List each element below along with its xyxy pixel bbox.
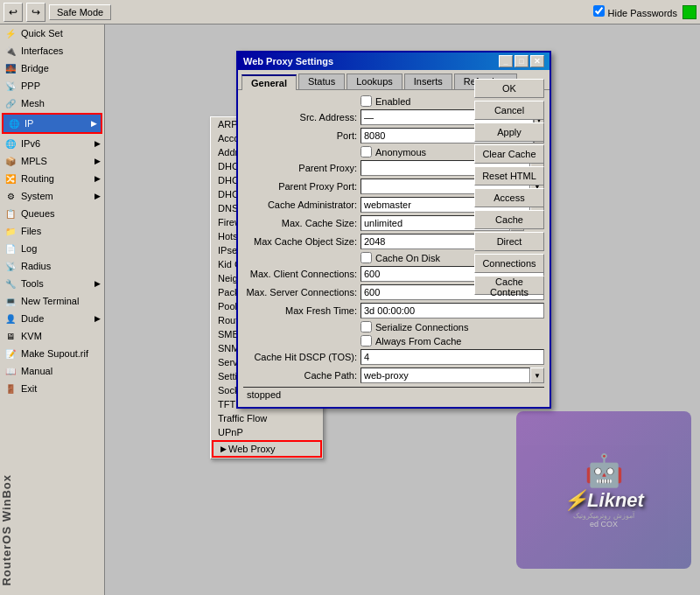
cache-path-input[interactable] (360, 368, 530, 383)
sidebar-item-log[interactable]: 📄 Log (0, 240, 104, 257)
serialize-conn-label: Serialize Connections (375, 322, 468, 332)
safe-mode-button[interactable]: Safe Mode (49, 4, 111, 20)
system-icon: ⚙ (4, 189, 18, 203)
dude-icon: 👤 (4, 312, 18, 326)
connections-button[interactable]: Connections (474, 254, 544, 273)
sidebar-item-exit[interactable]: 🚪 Exit (0, 380, 104, 397)
apply-button[interactable]: Apply (474, 122, 544, 142)
tab-lookups[interactable]: Lookups (346, 74, 402, 89)
sidebar-item-label: Quick Set (21, 28, 101, 38)
sidebar-item-dude[interactable]: 👤 Dude ▶ (0, 310, 104, 327)
watermark: 🤖 ⚡Liknet آموزش روترمیکروتیک ed COX (516, 411, 691, 569)
new-terminal-icon: 💻 (4, 294, 18, 308)
content-area: ARP Accounting Addresses DHCP Client DHC… (105, 24, 700, 595)
serialize-conn-checkbox[interactable] (360, 321, 372, 332)
sidebar-item-quick-set[interactable]: ⚡ Quick Set (0, 24, 104, 42)
interfaces-icon: 🔌 (4, 44, 18, 58)
sidebar-item-ipv6[interactable]: 🌐 IPv6 ▶ (0, 135, 104, 152)
sidebar-item-radius[interactable]: 📡 Radius (0, 257, 104, 275)
reset-html-button[interactable]: Reset HTML (474, 166, 544, 186)
dialog-title: Web Proxy Settings (243, 56, 333, 66)
sidebar-item-queues[interactable]: 📋 Queues (0, 205, 104, 222)
enabled-label: Enabled (375, 96, 410, 107)
bridge-icon: 🌉 (4, 61, 18, 75)
sidebar-item-bridge[interactable]: 🌉 Bridge (0, 60, 104, 77)
main-layout: ⚡ Quick Set 🔌 Interfaces 🌉 Bridge 📡 PPP … (0, 24, 700, 595)
sidebar-item-system[interactable]: ⚙ System ▶ (0, 187, 104, 205)
sidebar-item-tools[interactable]: 🔧 Tools ▶ (0, 275, 104, 292)
dude-arrow-icon: ▶ (94, 314, 101, 323)
sidebar-item-make-supout[interactable]: 📝 Make Supout.rif (0, 345, 104, 362)
sidebar-item-mpls[interactable]: 📦 MPLS ▶ (0, 152, 104, 170)
routing-icon: 🔀 (4, 172, 18, 186)
sidebar-item-kvm[interactable]: 🖥 KVM (0, 327, 104, 345)
dialog-close-button[interactable]: ✕ (530, 55, 544, 67)
direct-button[interactable]: Direct (474, 232, 544, 251)
radius-icon: 📡 (4, 259, 18, 273)
queues-icon: 📋 (4, 206, 18, 220)
exit-icon: 🚪 (4, 382, 18, 396)
routing-arrow-icon: ▶ (94, 174, 101, 183)
manual-icon: 📖 (4, 364, 18, 378)
redo-button[interactable]: ↪ (26, 3, 46, 22)
cache-button[interactable]: Cache (474, 210, 544, 229)
parent-proxy-label: Parent Proxy: (243, 163, 357, 173)
cache-on-disk-checkbox[interactable] (360, 252, 372, 263)
access-button[interactable]: Access (474, 188, 544, 207)
always-from-cache-checkbox[interactable] (360, 335, 372, 346)
dialog-controls: _ □ ✕ (499, 55, 544, 67)
cache-path-label: Cache Path: (243, 370, 357, 381)
dialog-minimize-button[interactable]: _ (499, 55, 513, 67)
ipv6-arrow-icon: ▶ (94, 139, 101, 148)
max-fresh-time-input[interactable] (360, 303, 544, 318)
tab-status[interactable]: Status (298, 74, 345, 89)
sidebar-item-files[interactable]: 📁 Files (0, 222, 104, 240)
quick-set-icon: ⚡ (4, 26, 18, 40)
tab-inserts[interactable]: Inserts (404, 74, 452, 89)
anonymous-checkbox[interactable] (360, 146, 372, 158)
undo-button[interactable]: ↩ (4, 3, 23, 22)
sidebar-item-mesh[interactable]: 🔗 Mesh (0, 94, 104, 112)
ip-arrow-icon: ▶ (91, 119, 97, 128)
port-label: Port: (243, 130, 357, 141)
submenu-item-upnp[interactable]: UPnP (211, 425, 323, 439)
cache-hit-dscp-input[interactable] (360, 349, 544, 365)
hide-passwords-checkbox[interactable] (593, 5, 605, 17)
dialog-status-bar: stopped (243, 387, 544, 402)
sidebar-item-manual[interactable]: 📖 Manual (0, 362, 104, 380)
sidebar-item-ip[interactable]: 🌐 IP ▶ (4, 115, 101, 132)
right-panel-buttons: OK Cancel Apply Clear Cache Reset HTML A… (474, 79, 544, 295)
parent-proxy-port-label: Parent Proxy Port: (243, 181, 357, 192)
web-proxy-arrow-icon: ▶ (220, 444, 227, 453)
web-proxy-dialog: Web Proxy Settings _ □ ✕ General Status … (236, 51, 551, 409)
log-icon: 📄 (4, 242, 18, 256)
max-client-conn-label: Max. Client Connections: (243, 269, 357, 279)
max-server-conn-label: Max. Server Connections: (243, 287, 357, 298)
submenu-item-web-proxy[interactable]: ▶ Web Proxy (214, 442, 320, 456)
sidebar-label: RouterOS WinBox (0, 474, 17, 586)
toolbar: ↩ ↪ Safe Mode Hide Passwords (0, 0, 700, 24)
cache-contents-button[interactable]: Cache Contents (474, 276, 544, 295)
max-fresh-time-row: Max Fresh Time: (243, 303, 544, 318)
tab-general[interactable]: General (242, 74, 297, 90)
enabled-checkbox[interactable] (360, 95, 372, 107)
cache-on-disk-label: Cache On Disk (375, 253, 440, 263)
cancel-button[interactable]: Cancel (474, 101, 544, 120)
files-icon: 📁 (4, 224, 18, 238)
sidebar: ⚡ Quick Set 🔌 Interfaces 🌉 Bridge 📡 PPP … (0, 24, 105, 595)
watermark-brand: ⚡Liknet (564, 489, 644, 512)
sidebar-item-ppp[interactable]: 📡 PPP (0, 77, 104, 94)
clear-cache-button[interactable]: Clear Cache (474, 144, 544, 164)
mesh-icon: 🔗 (4, 96, 18, 110)
cache-hit-dscp-row: Cache Hit DSCP (TOS): (243, 349, 544, 365)
submenu-item-traffic-flow[interactable]: Traffic Flow (211, 411, 323, 425)
sidebar-item-routing[interactable]: 🔀 Routing ▶ (0, 170, 104, 187)
cache-path-row: Cache Path: ▼ (243, 368, 544, 383)
cache-path-dropdown-btn[interactable]: ▼ (530, 368, 544, 383)
serialize-conn-row: Serialize Connections (243, 321, 544, 332)
always-from-cache-label: Always From Cache (375, 336, 461, 346)
ok-button[interactable]: OK (474, 79, 544, 98)
dialog-maximize-button[interactable]: □ (514, 55, 528, 67)
sidebar-item-interfaces[interactable]: 🔌 Interfaces (0, 42, 104, 60)
sidebar-item-new-terminal[interactable]: 💻 New Terminal (0, 292, 104, 310)
